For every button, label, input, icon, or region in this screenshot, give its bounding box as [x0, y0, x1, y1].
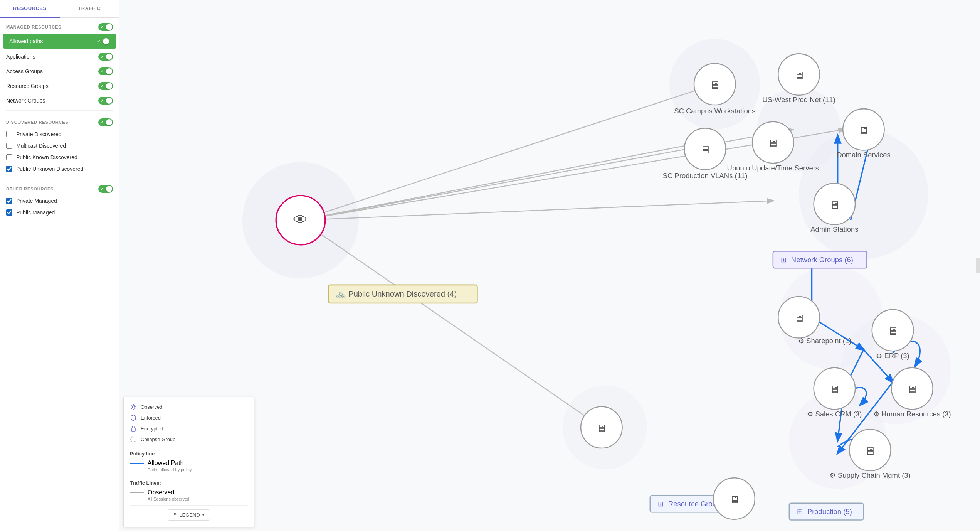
node-unnamed-1-icon: 🖥 [596, 423, 607, 434]
sidebar-item-private-discovered[interactable]: Private Discovered [0, 128, 119, 140]
label-admin: Admin Stations [810, 225, 858, 233]
label-erp: ⚙ ERP (3) [876, 352, 909, 360]
legend-observed-label: Observed [141, 404, 162, 410]
network-groups-toggle[interactable]: ✓ [98, 97, 113, 105]
tab-traffic[interactable]: TRAFFIC [60, 0, 119, 17]
multicast-discovered-checkbox[interactable] [6, 143, 12, 149]
main-canvas: 👁 🖥 SC Campus Workstations 🖥 US-West Pro… [119, 0, 980, 531]
traffic-line-4 [301, 201, 773, 220]
allowed-path-desc: Paths allowed by policy [148, 467, 248, 472]
legend-policy-header: Policy line: [130, 451, 248, 457]
production-label: Production (5) [807, 507, 852, 516]
label-sc-campus: SC Campus Workstations [674, 107, 755, 115]
legend-allowed-path: Allowed Path Paths allowed by policy [130, 460, 248, 472]
source-icon: 👁 [293, 212, 308, 228]
node-us-west-icon: 🖥 [794, 70, 804, 81]
private-discovered-checkbox[interactable] [6, 131, 12, 137]
chevron-down-icon: ▾ [202, 513, 204, 517]
observed-line [130, 492, 144, 493]
applications-toggle[interactable]: ✓ [98, 53, 113, 61]
legend-observed-line: Observed All Sessions observed [130, 489, 248, 501]
label-sc-production: SC Production VLANs (11) [663, 172, 748, 180]
production-icon: ⊞ [797, 507, 803, 516]
legend-traffic-header: Traffic Lines: [130, 480, 248, 486]
allowed-paths-toggle[interactable]: ✓ [95, 37, 110, 45]
legend-divider-2 [130, 476, 248, 476]
sidebar-item-multicast-discovered[interactable]: Multicast Discovered [0, 140, 119, 152]
access-groups-toggle[interactable]: ✓ [98, 67, 113, 75]
resource-groups-toggle[interactable]: ✓ [98, 82, 113, 90]
label-sales-crm: ⚙ Sales CRM (3) [807, 410, 862, 418]
svg-rect-1 [131, 428, 135, 431]
divider-1 [6, 110, 113, 111]
sidebar-item-private-managed[interactable]: Private Managed [0, 195, 119, 207]
node-bottom-mid-icon: 🖥 [729, 494, 740, 506]
scroll-handle[interactable] [976, 258, 980, 273]
label-supply: ⚙ Supply Chain Mgmt (3) [830, 471, 911, 479]
other-resources-header: OTHER RESOURCES ✓ [0, 180, 119, 195]
node-admin-icon: 🖥 [829, 199, 840, 211]
sidebar-item-public-unknown-discovered[interactable]: Public Unknown Discovered [0, 163, 119, 175]
managed-resources-header: MANAGED RESOURCES ✓ [0, 18, 119, 33]
node-sales-crm-icon: 🖥 [829, 384, 840, 395]
circle-dash-icon [130, 436, 137, 443]
shield-icon [130, 414, 137, 421]
other-resources-toggle[interactable]: ✓ [98, 185, 113, 193]
sidebar-item-network-groups[interactable]: Network Groups ✓ [0, 93, 119, 108]
traffic-line-6 [301, 220, 602, 427]
divider-2 [6, 177, 113, 177]
legend-enforced-label: Enforced [141, 415, 161, 421]
legend-panel: Observed Enforced Encrypted Collapse Gro… [123, 397, 254, 527]
public-unknown-checkbox[interactable] [6, 166, 12, 172]
managed-resources-toggle[interactable]: ✓ [98, 23, 113, 31]
private-managed-checkbox[interactable] [6, 198, 12, 204]
network-groups-badge-label: Network Groups (6) [791, 256, 853, 264]
label-hr: ⚙ Human Resources (3) [873, 410, 951, 418]
node-domain-icon: 🖥 [858, 125, 869, 137]
legend-collapse-label: Collapse Group [141, 437, 175, 442]
lock-icon [130, 425, 137, 432]
sidebar-item-resource-groups[interactable]: Resource Groups ✓ [0, 79, 119, 93]
svg-point-2 [131, 437, 136, 442]
observed-line-label: Observed [148, 489, 174, 496]
discovered-resources-toggle[interactable]: ✓ [98, 118, 113, 126]
public-managed-checkbox[interactable] [6, 209, 12, 216]
node-ubuntu-icon: 🖥 [768, 138, 778, 149]
label-domain: Domain Services [837, 151, 891, 159]
allowed-path-line [130, 463, 144, 464]
legend-divider-3 [130, 505, 248, 506]
sidebar-item-allowed-paths[interactable]: Allowed paths ✓ [3, 34, 116, 49]
sidebar-item-public-managed[interactable]: Public Managed [0, 207, 119, 218]
discovered-resources-header: DISCOVERED RESOURCES ✓ [0, 113, 119, 128]
svg-point-0 [132, 406, 134, 408]
public-known-checkbox[interactable] [6, 154, 12, 160]
public-unknown-icon: 🚲 [336, 289, 346, 298]
legend-encrypted: Encrypted [130, 425, 248, 432]
gear-icon [130, 403, 137, 410]
sidebar-item-access-groups[interactable]: Access Groups ✓ [0, 64, 119, 79]
legend-toggle-button[interactable]: ⠿ LEGEND ▾ [168, 509, 210, 521]
allowed-path-label: Allowed Path [148, 460, 183, 467]
tab-bar: RESOURCES TRAFFIC [0, 0, 119, 18]
resource-groups-icon: ⊞ [658, 500, 664, 508]
node-erp-icon: 🖥 [888, 325, 898, 337]
node-sharepoint-icon: 🖥 [794, 313, 804, 324]
sidebar: RESOURCES TRAFFIC MANAGED RESOURCES ✓ Al… [0, 0, 119, 531]
legend-toggle-label: LEGEND [179, 512, 200, 518]
label-ubuntu: Ubuntu Update/Time Servers [727, 164, 819, 172]
node-hr-icon: 🖥 [907, 384, 917, 395]
sidebar-item-public-known-discovered[interactable]: Public Known Discovered [0, 152, 119, 163]
public-unknown-label: Public Unknown Discovered (4) [348, 290, 457, 298]
legend-observed: Observed [130, 403, 248, 410]
node-sc-production-icon: 🖥 [700, 144, 710, 156]
sidebar-item-applications[interactable]: Applications ✓ [0, 49, 119, 64]
legend-enforced: Enforced [130, 414, 248, 421]
label-sharepoint: ⚙ Sharepoint (1) [798, 337, 851, 345]
legend-encrypted-label: Encrypted [141, 426, 163, 432]
legend-collapse: Collapse Group [130, 436, 248, 443]
label-us-west: US-West Prod Net (11) [762, 96, 835, 104]
network-groups-badge-icon: ⊞ [781, 256, 787, 264]
tab-resources[interactable]: RESOURCES [0, 0, 60, 18]
node-supply-icon: 🖥 [865, 445, 875, 457]
legend-divider-1 [130, 447, 248, 447]
